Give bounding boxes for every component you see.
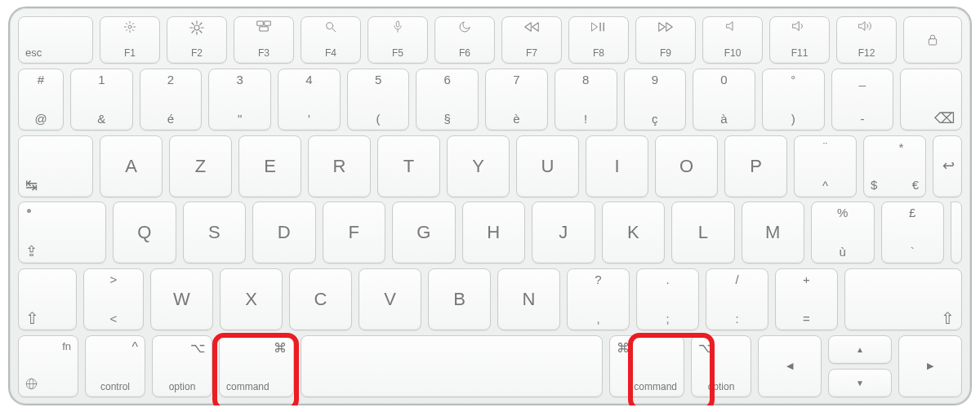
at-hash-key[interactable]: # @	[18, 69, 64, 131]
key-T[interactable]: T	[377, 135, 440, 197]
key-C[interactable]: C	[289, 268, 352, 330]
f3-key[interactable]: F3	[234, 16, 294, 64]
key-k8[interactable]: 8!	[555, 69, 617, 131]
key-M[interactable]: M	[742, 202, 805, 264]
backspace-key[interactable]: ⌫	[900, 69, 962, 131]
f1-key[interactable]: F1	[100, 16, 160, 64]
key-question[interactable]: ?,	[567, 268, 630, 330]
f7-key[interactable]: F7	[501, 16, 562, 64]
key-plus[interactable]: +=	[775, 268, 838, 330]
f2-key[interactable]: F2	[167, 16, 227, 64]
f11-key[interactable]: F11	[769, 16, 830, 64]
key-k6[interactable]: 6§	[416, 69, 479, 131]
key-k9[interactable]: 9ç	[624, 69, 687, 131]
key-V[interactable]: V	[359, 268, 421, 330]
key-B[interactable]: B	[428, 268, 491, 330]
key-O[interactable]: O	[655, 135, 718, 197]
key-L[interactable]: L	[671, 202, 735, 264]
left-command-key[interactable]: ⌘ command	[219, 335, 294, 397]
svg-marker-27	[592, 23, 598, 31]
key-F[interactable]: F	[323, 202, 386, 264]
key-k3[interactable]: 3"	[208, 69, 271, 131]
mission-control-icon	[234, 20, 293, 35]
key-k1[interactable]: 1&	[70, 69, 133, 131]
enter-key[interactable]: ↩	[933, 135, 962, 197]
right-shift-key[interactable]: ⇧	[844, 268, 962, 330]
esc-key[interactable]: esc	[18, 16, 93, 64]
svg-marker-26	[532, 23, 539, 32]
key-P[interactable]: P	[724, 135, 787, 197]
key-J[interactable]: J	[532, 202, 595, 264]
down-arrow-key[interactable]: ▼	[828, 369, 892, 397]
f4-key[interactable]: F4	[301, 16, 361, 64]
f5-label: F5	[368, 47, 427, 59]
key-dollar[interactable]: *$€	[863, 135, 926, 197]
left-arrow-key[interactable]: ◀	[758, 335, 822, 397]
f4-label: F4	[301, 47, 360, 59]
home-row: ⇪ QSDFGHJKLM%ù£`	[18, 202, 962, 264]
key-G[interactable]: G	[392, 202, 456, 264]
forward-icon	[636, 20, 695, 35]
key-W[interactable]: W	[150, 268, 213, 330]
f8-key[interactable]: F8	[568, 16, 629, 64]
up-arrow-key[interactable]: ▲	[828, 335, 892, 364]
key-k-degree[interactable]: °)	[762, 69, 825, 131]
control-key[interactable]: ^ control	[85, 335, 145, 397]
spacebar-key[interactable]	[301, 335, 603, 397]
command-label: command	[634, 381, 677, 392]
key-H[interactable]: H	[462, 202, 526, 264]
f10-key[interactable]: F10	[702, 16, 763, 64]
tab-key[interactable]: ↹	[18, 135, 93, 197]
fn-globe-key[interactable]: fn	[18, 335, 78, 397]
key-slash[interactable]: /:	[706, 268, 768, 330]
lock-key[interactable]	[903, 16, 962, 64]
key-k0[interactable]: 0à	[693, 69, 755, 131]
svg-line-22	[332, 29, 336, 32]
key-caret[interactable]: ¨^	[794, 135, 857, 197]
right-arrow-key[interactable]: ▶	[898, 335, 962, 397]
shift-icon: ⇧	[941, 312, 955, 325]
mute-icon	[703, 20, 762, 35]
shift-icon: ⇧	[25, 312, 39, 325]
arrow-up-icon: ▲	[856, 345, 864, 354]
enter-icon: ↩	[942, 159, 955, 172]
key-U[interactable]: U	[516, 135, 579, 197]
key-Q[interactable]: Q	[113, 202, 176, 264]
f6-key[interactable]: F6	[434, 16, 495, 64]
right-option-key[interactable]: ⌥ option	[691, 335, 751, 397]
left-option-key[interactable]: ⌥ option	[152, 335, 212, 397]
f5-key[interactable]: F5	[368, 16, 428, 64]
key-R[interactable]: R	[308, 135, 371, 197]
svg-line-14	[192, 23, 194, 24]
key-I[interactable]: I	[586, 135, 648, 197]
key-k7[interactable]: 7è	[485, 69, 548, 131]
key-period[interactable]: .;	[636, 268, 699, 330]
caps-lock-key[interactable]: ⇪	[18, 202, 106, 264]
svg-point-0	[128, 25, 131, 29]
command-icon: ⌘	[274, 340, 287, 356]
key-S[interactable]: S	[183, 202, 247, 264]
key-N[interactable]: N	[497, 268, 560, 330]
lock-icon	[904, 17, 961, 63]
svg-marker-33	[793, 21, 800, 30]
key-X[interactable]: X	[220, 268, 283, 330]
key-k2[interactable]: 2é	[140, 69, 203, 131]
right-command-key[interactable]: ⌘ command	[609, 335, 684, 397]
f12-key[interactable]: F12	[836, 16, 897, 64]
key-k5[interactable]: 5(	[347, 69, 410, 131]
angle-bracket-key[interactable]: > <	[83, 268, 144, 330]
key-Y[interactable]: Y	[447, 135, 510, 197]
key-percent[interactable]: %ù	[811, 202, 875, 264]
key-A[interactable]: A	[100, 135, 163, 197]
key-K[interactable]: K	[602, 202, 666, 264]
option-label: option	[153, 381, 212, 392]
key-Z[interactable]: Z	[169, 135, 232, 197]
f9-key[interactable]: F9	[635, 16, 696, 64]
key-D[interactable]: D	[252, 202, 316, 264]
key-E[interactable]: E	[238, 135, 301, 197]
left-shift-key[interactable]: ⇧	[18, 268, 77, 330]
key-k-minus[interactable]: _-	[831, 69, 894, 131]
enter-key-lower[interactable]	[951, 202, 962, 264]
key-pound[interactable]: £`	[881, 202, 945, 264]
key-k4[interactable]: 4'	[278, 69, 341, 131]
